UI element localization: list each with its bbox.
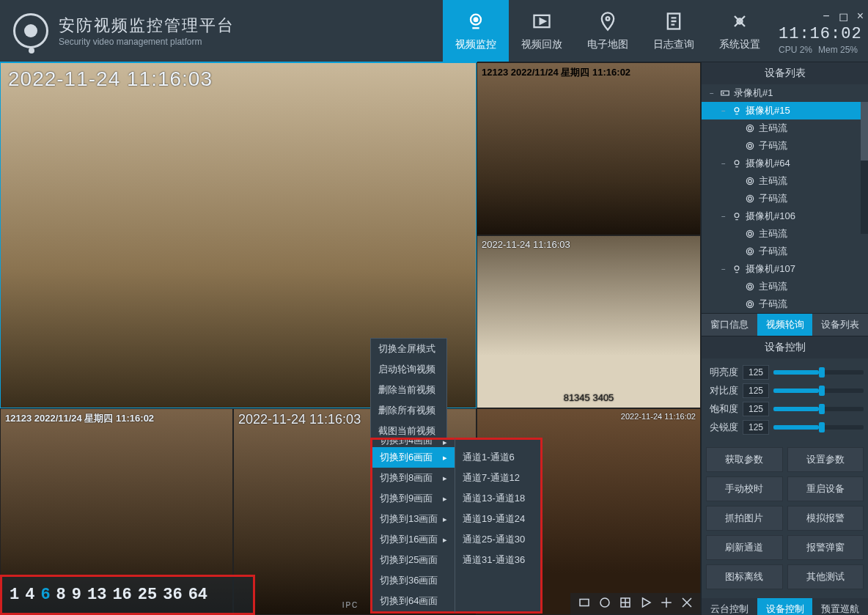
- stream-icon: [744, 229, 756, 239]
- sidebar-tab[interactable]: 视频轮询: [757, 314, 813, 336]
- ctx-item-channel[interactable]: 通道31-通道36: [455, 550, 540, 570]
- slider-track[interactable]: [773, 370, 864, 375]
- tree-twisty-icon[interactable]: −: [719, 265, 728, 273]
- device-button[interactable]: 报警弹窗: [787, 535, 864, 560]
- nav-webcam[interactable]: 视频监控: [443, 0, 509, 62]
- tree-scrollbar[interactable]: [861, 102, 868, 234]
- ctx-item-channel[interactable]: 通道19-通道24: [455, 509, 540, 529]
- tool-icon[interactable]: [578, 596, 591, 612]
- device-button[interactable]: 刷新通道: [706, 535, 783, 560]
- nav-playback[interactable]: 视频回放: [509, 0, 575, 62]
- slider-thumb[interactable]: [819, 367, 825, 378]
- tool-icon[interactable]: [680, 596, 694, 612]
- video-pane-2[interactable]: 12123 2022/11/24 星期四 11:16:02: [477, 62, 701, 235]
- osd-id: 81345 3405: [564, 392, 614, 403]
- layout-option-1[interactable]: 1: [10, 586, 19, 604]
- tree-row[interactable]: −摄像机#64: [702, 155, 868, 172]
- svg-point-15: [749, 144, 752, 148]
- video-grid: 2022-11-24 11:16:03 12123 2022/11/24 星期四…: [0, 62, 701, 615]
- sidebar-tab[interactable]: 窗口信息: [702, 314, 757, 336]
- device-button[interactable]: 重启设备: [787, 476, 864, 501]
- layout-option-4[interactable]: 4: [25, 586, 34, 604]
- slider-thumb[interactable]: [819, 404, 825, 414]
- ctx-item-layout[interactable]: 切换到13画面: [372, 509, 455, 529]
- ctx-item[interactable]: 删除所有视频: [371, 400, 446, 421]
- ctx-item-channel[interactable]: 通道25-通道30: [455, 529, 540, 550]
- osd-timestamp: 2022-11-24 11:16:03: [8, 67, 213, 91]
- maximize-icon[interactable]: ◻: [839, 10, 848, 23]
- tool-icon[interactable]: [660, 596, 673, 612]
- tree-row[interactable]: 主码流: [702, 225, 868, 243]
- minimize-icon[interactable]: −: [823, 10, 829, 23]
- slider-track[interactable]: [773, 425, 864, 430]
- nav-map-pin[interactable]: 电子地图: [575, 0, 641, 62]
- ctx-item-layout[interactable]: 切换到9画面: [372, 488, 455, 509]
- tree-row[interactable]: 子码流: [702, 295, 868, 313]
- tree-row[interactable]: 子码流: [702, 137, 868, 155]
- slider-thumb[interactable]: [819, 422, 825, 432]
- ctx-item-layout[interactable]: 切换到25画面: [372, 550, 455, 570]
- slider-thumb[interactable]: [819, 386, 825, 396]
- tree-row[interactable]: 主码流: [702, 278, 868, 295]
- layout-option-36[interactable]: 36: [163, 586, 182, 604]
- ctx-item-layout[interactable]: 切换到36画面: [372, 570, 455, 591]
- tool-icon[interactable]: [639, 596, 652, 612]
- nav-log[interactable]: 日志查询: [641, 0, 707, 62]
- device-button[interactable]: 图标离线: [706, 564, 783, 589]
- tool-icon[interactable]: [619, 596, 632, 612]
- layout-option-25[interactable]: 25: [138, 586, 157, 604]
- tree-twisty-icon[interactable]: −: [719, 160, 728, 168]
- device-button[interactable]: 获取参数: [706, 447, 783, 472]
- close-icon[interactable]: ×: [857, 10, 864, 23]
- clock: 11:16:02: [779, 25, 864, 43]
- bottom-tab[interactable]: 设备控制: [757, 598, 813, 615]
- nav-tools[interactable]: 系统设置: [707, 0, 773, 62]
- device-button[interactable]: 其他测试: [787, 564, 864, 589]
- tree-row[interactable]: 子码流: [702, 190, 868, 207]
- slider-track[interactable]: [773, 407, 864, 411]
- layout-selector[interactable]: 146891316253664: [0, 575, 255, 615]
- device-button[interactable]: 抓拍图片: [706, 506, 783, 531]
- tree-twisty-icon[interactable]: −: [719, 213, 728, 221]
- layout-option-64[interactable]: 64: [188, 586, 207, 604]
- tree-row[interactable]: 主码流: [702, 119, 868, 137]
- device-button[interactable]: 模拟报警: [787, 506, 864, 531]
- tree-row[interactable]: −摄像机#107: [702, 260, 868, 278]
- layout-option-13[interactable]: 13: [87, 586, 106, 604]
- bottom-tab[interactable]: 预置巡航: [812, 598, 868, 615]
- ctx-item[interactable]: 删除当前视频: [371, 380, 446, 400]
- layout-option-8[interactable]: 8: [56, 586, 66, 604]
- ctx-item-channel[interactable]: 通道1-通道6: [455, 447, 540, 468]
- device-button[interactable]: 手动校时: [706, 476, 783, 501]
- ctx-item-layout[interactable]: 切换到8画面: [372, 468, 455, 488]
- osd-timestamp: 2022-11-24 11:16:02: [621, 412, 696, 421]
- device-button[interactable]: 设置参数: [787, 447, 864, 472]
- ctx-item-channel[interactable]: 通道7-通道12: [455, 468, 540, 488]
- ctx-item[interactable]: 启动轮询视频: [371, 359, 446, 380]
- tree-row[interactable]: 主码流: [702, 172, 868, 190]
- ctx-item-layout[interactable]: 切换到6画面: [372, 447, 455, 468]
- tree-row[interactable]: −摄像机#106: [702, 207, 868, 225]
- svg-point-11: [723, 92, 724, 93]
- layout-option-6[interactable]: 6: [40, 586, 50, 604]
- tree-row[interactable]: −录像机#1: [702, 84, 868, 102]
- context-menu-channels[interactable]: 通道1-通道6通道7-通道12通道13-通道18通道19-通道24通道25-通道…: [455, 438, 542, 614]
- tree-twisty-icon[interactable]: −: [719, 107, 728, 115]
- video-pane-3[interactable]: 2022-11-24 11:16:03 81345 3405: [477, 235, 701, 408]
- slider-track[interactable]: [773, 388, 864, 393]
- context-menu-layout[interactable]: 切换到4画面切换到6画面切换到8画面切换到9画面切换到13画面切换到16画面切换…: [370, 438, 455, 614]
- sidebar-tab[interactable]: 设备列表: [812, 314, 868, 336]
- ctx-item-layout[interactable]: 切换到16画面: [372, 529, 455, 550]
- bottom-tab[interactable]: 云台控制: [702, 598, 757, 615]
- layout-option-16[interactable]: 16: [112, 586, 131, 604]
- ctx-item-clipped[interactable]: 切换到4画面: [372, 440, 455, 447]
- ctx-item-channel[interactable]: 通道13-通道18: [455, 488, 540, 509]
- tree-twisty-icon[interactable]: −: [707, 89, 716, 97]
- layout-option-9[interactable]: 9: [72, 586, 81, 604]
- tree-row[interactable]: −摄像机#15: [702, 102, 868, 119]
- ctx-item-layout[interactable]: 切换到64画面: [372, 591, 455, 611]
- ctx-item[interactable]: 切换全屏模式: [371, 339, 446, 359]
- tool-icon[interactable]: [598, 596, 611, 612]
- webcam-icon: [466, 11, 486, 34]
- tree-row[interactable]: 子码流: [702, 243, 868, 260]
